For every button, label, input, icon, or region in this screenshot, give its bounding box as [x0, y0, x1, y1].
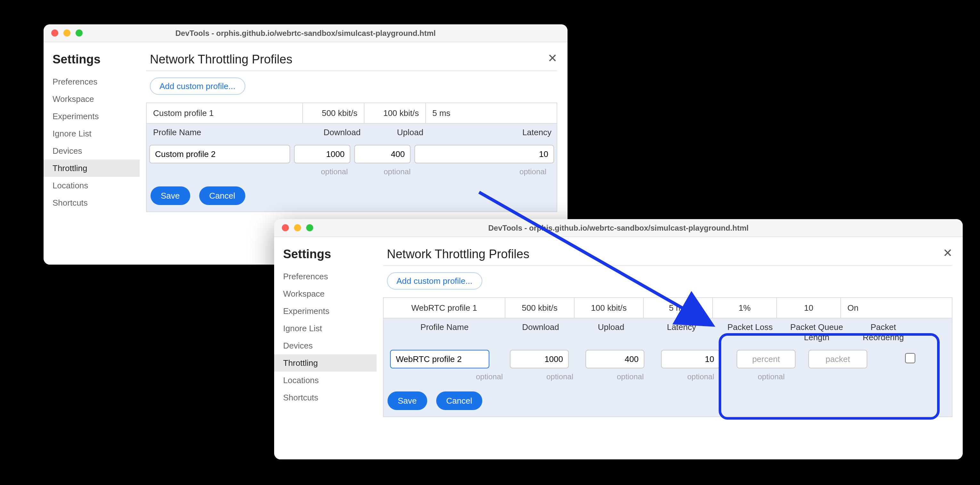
- sidebar-item-shortcuts[interactable]: Shortcuts: [274, 389, 377, 406]
- sidebar-item-locations[interactable]: Locations: [274, 372, 377, 389]
- sidebar-item-ignore-list[interactable]: Ignore List: [274, 320, 377, 337]
- devtools-window-after: DevTools - orphis.github.io/webrtc-sandb…: [274, 219, 963, 460]
- save-button[interactable]: Save: [151, 186, 190, 205]
- profile-download: 500 kbit/s: [505, 298, 574, 318]
- titlebar[interactable]: DevTools - orphis.github.io/webrtc-sandb…: [43, 24, 568, 42]
- settings-header: Settings: [43, 50, 140, 73]
- divider: [146, 70, 557, 71]
- minimize-icon[interactable]: [294, 224, 301, 231]
- packet-queue-input[interactable]: [808, 350, 867, 368]
- traffic-lights: [51, 29, 83, 37]
- upload-input[interactable]: [354, 145, 410, 163]
- sidebar-item-experiments[interactable]: Experiments: [274, 302, 377, 320]
- add-profile-button[interactable]: Add custom profile...: [387, 272, 482, 289]
- hint-download: optional: [303, 167, 366, 181]
- header-upload: Upload: [366, 124, 428, 141]
- sidebar-item-ignore-list[interactable]: Ignore List: [43, 125, 140, 142]
- profile-name: Custom profile 1: [147, 103, 303, 123]
- sidebar-item-locations[interactable]: Locations: [43, 177, 140, 194]
- header-profile-name: Profile Name: [384, 318, 505, 346]
- profile-edit-form: Profile Name Download Upload Latency Pac…: [383, 318, 953, 417]
- hint-packet-loss: optional: [665, 372, 736, 386]
- close-icon[interactable]: ✕: [943, 246, 953, 260]
- maximize-icon[interactable]: [306, 224, 313, 231]
- profile-row[interactable]: WebRTC profile 1 500 kbit/s 100 kbit/s 5…: [383, 297, 953, 318]
- upload-input[interactable]: [585, 350, 644, 368]
- header-packet-loss: Packet Loss: [717, 318, 783, 346]
- section-title: Network Throttling Profiles: [150, 52, 557, 67]
- profile-upload: 100 kbit/s: [364, 103, 426, 123]
- profile-download: 500 kbit/s: [303, 103, 364, 123]
- close-icon[interactable]: ✕: [548, 51, 557, 65]
- profile-latency: 5 ms: [644, 298, 713, 318]
- sidebar-item-shortcuts[interactable]: Shortcuts: [43, 194, 140, 211]
- hint-spacer: [147, 167, 303, 181]
- header-latency: Latency: [646, 318, 717, 346]
- save-button[interactable]: Save: [388, 391, 427, 410]
- header-upload: Upload: [576, 318, 646, 346]
- profile-name-input[interactable]: [149, 145, 290, 163]
- sidebar-item-throttling[interactable]: Throttling: [43, 159, 140, 177]
- hint-upload: optional: [525, 372, 595, 386]
- minimize-icon[interactable]: [64, 29, 70, 37]
- header-profile-name: Profile Name: [147, 124, 303, 141]
- profile-row[interactable]: Custom profile 1 500 kbit/s 100 kbit/s 5…: [146, 102, 557, 123]
- hint-latency: optional: [595, 372, 665, 386]
- profile-latency: 5 ms: [426, 103, 557, 123]
- hint-download: optional: [454, 372, 525, 386]
- section-title: Network Throttling Profiles: [387, 247, 953, 261]
- hint-spacer: [384, 372, 454, 386]
- profile-packet-queue: 10: [777, 298, 841, 318]
- download-input[interactable]: [510, 350, 569, 368]
- add-profile-button[interactable]: Add custom profile...: [150, 78, 245, 95]
- packet-reordering-checkbox[interactable]: [905, 353, 915, 363]
- profile-edit-form: Profile Name Download Upload Latency opt…: [146, 123, 557, 212]
- header-download: Download: [505, 318, 576, 346]
- latency-input[interactable]: [661, 350, 720, 368]
- header-download: Download: [303, 124, 366, 141]
- sidebar-item-devices[interactable]: Devices: [274, 337, 377, 354]
- profile-name-input[interactable]: [390, 350, 489, 368]
- window-title: DevTools - orphis.github.io/webrtc-sandb…: [274, 223, 963, 232]
- sidebar-item-preferences[interactable]: Preferences: [43, 73, 140, 90]
- profile-packet-loss: 1%: [713, 298, 777, 318]
- sidebar-item-workspace[interactable]: Workspace: [43, 90, 140, 108]
- download-input[interactable]: [294, 145, 350, 163]
- divider: [383, 265, 953, 266]
- titlebar[interactable]: DevTools - orphis.github.io/webrtc-sandb…: [274, 219, 963, 237]
- settings-sidebar: Settings Preferences Workspace Experimen…: [43, 42, 140, 265]
- settings-main: ✕ Network Throttling Profiles Add custom…: [377, 237, 963, 460]
- sidebar-item-preferences[interactable]: Preferences: [274, 268, 377, 285]
- hint-packet-queue: optional: [736, 372, 807, 386]
- hint-upload: optional: [366, 167, 428, 181]
- cancel-button[interactable]: Cancel: [436, 391, 482, 410]
- close-icon[interactable]: [51, 29, 58, 37]
- hint-spacer: [807, 372, 867, 386]
- maximize-icon[interactable]: [76, 29, 83, 37]
- profile-reordering: On: [841, 298, 905, 318]
- window-title: DevTools - orphis.github.io/webrtc-sandb…: [43, 29, 568, 38]
- traffic-lights: [282, 224, 313, 231]
- sidebar-item-experiments[interactable]: Experiments: [43, 108, 140, 125]
- settings-header: Settings: [274, 245, 377, 268]
- latency-input[interactable]: [414, 145, 554, 163]
- header-packet-queue: Packet Queue Length: [783, 318, 850, 346]
- profile-upload: 100 kbit/s: [574, 298, 644, 318]
- settings-sidebar: Settings Preferences Workspace Experimen…: [274, 237, 377, 460]
- hint-latency: optional: [428, 167, 557, 181]
- cancel-button[interactable]: Cancel: [199, 186, 245, 205]
- sidebar-item-throttling[interactable]: Throttling: [274, 354, 377, 372]
- sidebar-item-devices[interactable]: Devices: [43, 142, 140, 159]
- close-icon[interactable]: [282, 224, 289, 231]
- header-packet-reordering: Packet Reordering: [850, 318, 916, 346]
- profile-name: WebRTC profile 1: [384, 298, 505, 318]
- packet-loss-input[interactable]: [737, 350, 795, 368]
- header-latency: Latency: [428, 124, 557, 141]
- sidebar-item-workspace[interactable]: Workspace: [274, 285, 377, 302]
